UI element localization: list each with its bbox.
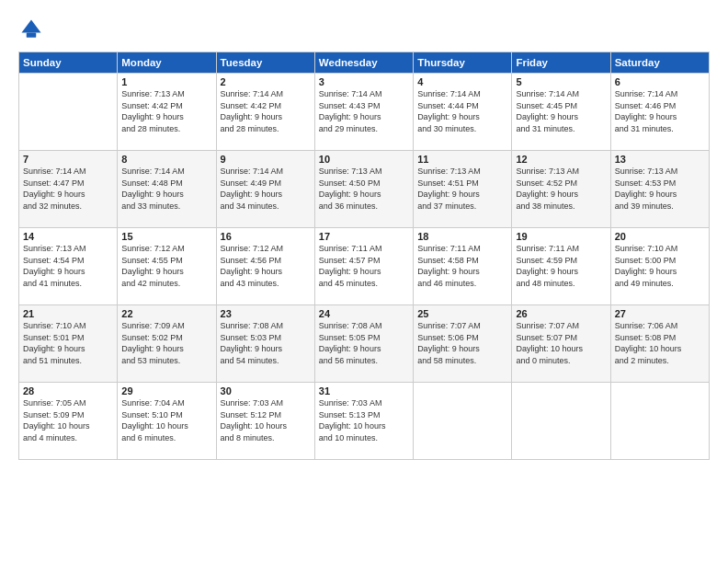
day-number: 24 xyxy=(319,308,409,319)
calendar-cell: 1Sunrise: 7:13 AM Sunset: 4:42 PM Daylig… xyxy=(118,74,216,151)
calendar-cell: 31Sunrise: 7:03 AM Sunset: 5:13 PM Dayli… xyxy=(314,383,413,460)
day-number: 8 xyxy=(121,154,211,165)
calendar-cell: 15Sunrise: 7:12 AM Sunset: 4:55 PM Dayli… xyxy=(118,228,216,305)
day-info: Sunrise: 7:14 AM Sunset: 4:42 PM Dayligh… xyxy=(221,88,311,134)
day-number: 25 xyxy=(417,308,507,319)
day-number: 4 xyxy=(417,76,507,87)
day-info: Sunrise: 7:07 AM Sunset: 5:06 PM Dayligh… xyxy=(417,320,507,366)
logo-icon xyxy=(18,17,44,42)
day-number: 12 xyxy=(516,154,606,165)
day-info: Sunrise: 7:10 AM Sunset: 5:01 PM Dayligh… xyxy=(23,320,113,366)
calendar-cell: 4Sunrise: 7:14 AM Sunset: 4:44 PM Daylig… xyxy=(414,74,512,151)
weekday-header-monday: Monday xyxy=(118,52,216,74)
calendar-cell: 27Sunrise: 7:06 AM Sunset: 5:08 PM Dayli… xyxy=(610,305,709,383)
day-info: Sunrise: 7:08 AM Sunset: 5:03 PM Dayligh… xyxy=(221,320,311,366)
day-info: Sunrise: 7:14 AM Sunset: 4:49 PM Dayligh… xyxy=(221,166,311,212)
day-number: 31 xyxy=(319,385,409,396)
day-info: Sunrise: 7:12 AM Sunset: 4:56 PM Dayligh… xyxy=(221,243,311,289)
weekday-header-tuesday: Tuesday xyxy=(216,52,314,74)
day-info: Sunrise: 7:14 AM Sunset: 4:46 PM Dayligh… xyxy=(615,88,705,134)
day-number: 7 xyxy=(23,154,113,165)
calendar-cell: 16Sunrise: 7:12 AM Sunset: 4:56 PM Dayli… xyxy=(216,228,314,305)
day-info: Sunrise: 7:06 AM Sunset: 5:08 PM Dayligh… xyxy=(615,320,705,366)
day-number: 16 xyxy=(221,231,311,242)
day-info: Sunrise: 7:08 AM Sunset: 5:05 PM Dayligh… xyxy=(319,320,409,366)
svg-marker-0 xyxy=(22,20,41,33)
calendar-cell xyxy=(19,74,118,151)
header xyxy=(18,17,710,42)
day-info: Sunrise: 7:03 AM Sunset: 5:13 PM Dayligh… xyxy=(319,397,409,443)
weekday-header-thursday: Thursday xyxy=(414,52,512,74)
day-info: Sunrise: 7:13 AM Sunset: 4:42 PM Dayligh… xyxy=(121,88,211,134)
day-number: 26 xyxy=(516,308,606,319)
day-info: Sunrise: 7:11 AM Sunset: 4:58 PM Dayligh… xyxy=(417,243,507,289)
weekday-header-sunday: Sunday xyxy=(19,52,118,74)
calendar-header: SundayMondayTuesdayWednesdayThursdayFrid… xyxy=(19,52,710,74)
calendar-week-row: 1Sunrise: 7:13 AM Sunset: 4:42 PM Daylig… xyxy=(19,74,710,151)
day-number: 20 xyxy=(615,231,705,242)
calendar-cell: 6Sunrise: 7:14 AM Sunset: 4:46 PM Daylig… xyxy=(610,74,709,151)
calendar-cell: 3Sunrise: 7:14 AM Sunset: 4:43 PM Daylig… xyxy=(314,74,413,151)
day-info: Sunrise: 7:13 AM Sunset: 4:50 PM Dayligh… xyxy=(319,166,409,212)
day-number: 9 xyxy=(221,154,311,165)
calendar-cell xyxy=(610,383,709,460)
weekday-header-row: SundayMondayTuesdayWednesdayThursdayFrid… xyxy=(19,52,710,74)
calendar-cell: 13Sunrise: 7:13 AM Sunset: 4:53 PM Dayli… xyxy=(610,151,709,228)
day-info: Sunrise: 7:05 AM Sunset: 5:09 PM Dayligh… xyxy=(23,397,113,443)
calendar-cell: 11Sunrise: 7:13 AM Sunset: 4:51 PM Dayli… xyxy=(414,151,512,228)
calendar-cell: 5Sunrise: 7:14 AM Sunset: 4:45 PM Daylig… xyxy=(512,74,610,151)
day-number: 30 xyxy=(221,385,311,396)
weekday-header-friday: Friday xyxy=(512,52,610,74)
calendar-cell: 12Sunrise: 7:13 AM Sunset: 4:52 PM Dayli… xyxy=(512,151,610,228)
calendar-cell: 14Sunrise: 7:13 AM Sunset: 4:54 PM Dayli… xyxy=(19,228,118,305)
day-number: 17 xyxy=(319,231,409,242)
calendar-week-row: 28Sunrise: 7:05 AM Sunset: 5:09 PM Dayli… xyxy=(19,383,710,460)
calendar-cell xyxy=(512,383,610,460)
day-number: 11 xyxy=(417,154,507,165)
day-number: 28 xyxy=(23,385,113,396)
day-number: 29 xyxy=(121,385,211,396)
day-info: Sunrise: 7:14 AM Sunset: 4:48 PM Dayligh… xyxy=(121,166,211,212)
calendar-cell: 26Sunrise: 7:07 AM Sunset: 5:07 PM Dayli… xyxy=(512,305,610,383)
day-number: 3 xyxy=(319,76,409,87)
day-info: Sunrise: 7:14 AM Sunset: 4:45 PM Dayligh… xyxy=(516,88,606,134)
calendar-week-row: 14Sunrise: 7:13 AM Sunset: 4:54 PM Dayli… xyxy=(19,228,710,305)
day-number: 2 xyxy=(221,76,311,87)
day-info: Sunrise: 7:03 AM Sunset: 5:12 PM Dayligh… xyxy=(221,397,311,443)
calendar-cell: 20Sunrise: 7:10 AM Sunset: 5:00 PM Dayli… xyxy=(610,228,709,305)
calendar-cell: 7Sunrise: 7:14 AM Sunset: 4:47 PM Daylig… xyxy=(19,151,118,228)
day-info: Sunrise: 7:04 AM Sunset: 5:10 PM Dayligh… xyxy=(121,397,211,443)
day-info: Sunrise: 7:13 AM Sunset: 4:52 PM Dayligh… xyxy=(516,166,606,212)
day-info: Sunrise: 7:07 AM Sunset: 5:07 PM Dayligh… xyxy=(516,320,606,366)
day-number: 1 xyxy=(121,76,211,87)
day-number: 23 xyxy=(221,308,311,319)
calendar-week-row: 7Sunrise: 7:14 AM Sunset: 4:47 PM Daylig… xyxy=(19,151,710,228)
day-number: 6 xyxy=(615,76,705,87)
day-number: 22 xyxy=(121,308,211,319)
day-number: 5 xyxy=(516,76,606,87)
day-info: Sunrise: 7:14 AM Sunset: 4:43 PM Dayligh… xyxy=(319,88,409,134)
calendar-cell: 24Sunrise: 7:08 AM Sunset: 5:05 PM Dayli… xyxy=(314,305,413,383)
day-number: 21 xyxy=(23,308,113,319)
calendar-cell: 25Sunrise: 7:07 AM Sunset: 5:06 PM Dayli… xyxy=(414,305,512,383)
day-number: 27 xyxy=(615,308,705,319)
day-info: Sunrise: 7:11 AM Sunset: 4:57 PM Dayligh… xyxy=(319,243,409,289)
calendar-cell: 22Sunrise: 7:09 AM Sunset: 5:02 PM Dayli… xyxy=(118,305,216,383)
calendar-cell: 28Sunrise: 7:05 AM Sunset: 5:09 PM Dayli… xyxy=(19,383,118,460)
day-info: Sunrise: 7:13 AM Sunset: 4:51 PM Dayligh… xyxy=(417,166,507,212)
day-number: 10 xyxy=(319,154,409,165)
day-info: Sunrise: 7:13 AM Sunset: 4:53 PM Dayligh… xyxy=(615,166,705,212)
day-info: Sunrise: 7:11 AM Sunset: 4:59 PM Dayligh… xyxy=(516,243,606,289)
page: SundayMondayTuesdayWednesdayThursdayFrid… xyxy=(0,0,728,563)
calendar-cell: 17Sunrise: 7:11 AM Sunset: 4:57 PM Dayli… xyxy=(314,228,413,305)
day-info: Sunrise: 7:10 AM Sunset: 5:00 PM Dayligh… xyxy=(615,243,705,289)
calendar-cell: 21Sunrise: 7:10 AM Sunset: 5:01 PM Dayli… xyxy=(19,305,118,383)
svg-rect-1 xyxy=(27,33,37,38)
calendar-cell: 18Sunrise: 7:11 AM Sunset: 4:58 PM Dayli… xyxy=(414,228,512,305)
day-info: Sunrise: 7:12 AM Sunset: 4:55 PM Dayligh… xyxy=(121,243,211,289)
calendar-table: SundayMondayTuesdayWednesdayThursdayFrid… xyxy=(18,52,710,460)
calendar-cell: 10Sunrise: 7:13 AM Sunset: 4:50 PM Dayli… xyxy=(314,151,413,228)
calendar-cell: 29Sunrise: 7:04 AM Sunset: 5:10 PM Dayli… xyxy=(118,383,216,460)
logo xyxy=(18,17,48,42)
calendar-cell: 30Sunrise: 7:03 AM Sunset: 5:12 PM Dayli… xyxy=(216,383,314,460)
